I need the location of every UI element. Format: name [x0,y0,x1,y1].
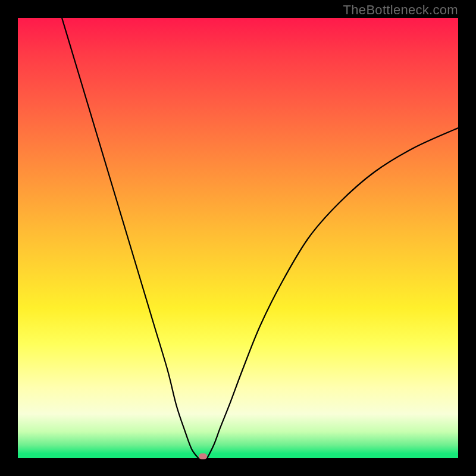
chart-frame: TheBottleneck.com [0,0,476,476]
curve-right-branch [207,128,458,458]
bottleneck-marker [199,453,207,459]
bottleneck-curve [18,18,458,458]
plot-area [18,18,458,458]
watermark-text: TheBottleneck.com [343,2,458,18]
curve-left-branch [62,18,198,458]
